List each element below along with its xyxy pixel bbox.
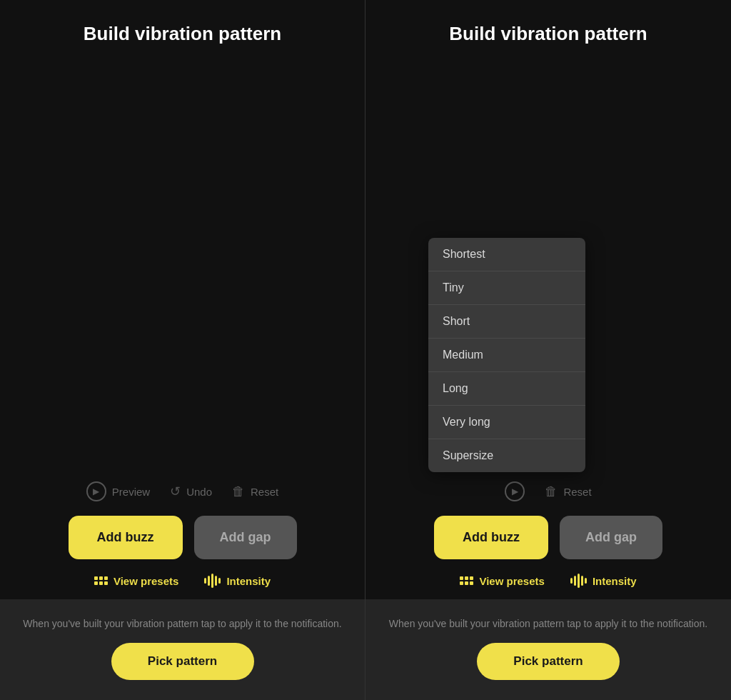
right-footer: When you've built your vibration pattern… (366, 599, 731, 700)
left-panel: Build vibration pattern ▶ Preview ↺ Undo… (0, 0, 366, 700)
dropdown-item-tiny[interactable]: Tiny (428, 271, 585, 305)
left-pick-pattern-button[interactable]: Pick pattern (111, 643, 254, 680)
right-preview-button[interactable]: ▶ (505, 481, 525, 501)
left-action-buttons: Add buzz Add gap (0, 516, 365, 559)
right-main-area: Shortest Tiny Short Medium Long Very lon… (366, 45, 731, 516)
add-gap-button[interactable]: Add gap (194, 516, 297, 559)
right-panel-title: Build vibration pattern (435, 23, 661, 45)
right-add-gap-button[interactable]: Add gap (560, 516, 662, 559)
right-vibrate-icon (570, 574, 587, 588)
left-footer-text: When you've built your vibration pattern… (23, 616, 341, 631)
reset-button[interactable]: 🗑 Reset (232, 484, 278, 499)
preview-label: Preview (112, 486, 150, 498)
dropdown-item-very-long[interactable]: Very long (428, 406, 585, 439)
right-intensity-label: Intensity (593, 575, 637, 587)
right-view-presets-button[interactable]: View presets (460, 574, 544, 588)
right-view-presets-label: View presets (479, 575, 544, 587)
reset-label: Reset (251, 486, 278, 498)
right-toolbar: ▶ 🗑 Reset (366, 467, 731, 516)
play-icon: ▶ (86, 481, 106, 501)
vibrate-icon (204, 574, 221, 588)
undo-button[interactable]: ↺ Undo (170, 484, 212, 499)
dropdown-item-medium[interactable]: Medium (428, 339, 585, 372)
left-bottom-links: View presets Intensity (94, 574, 271, 588)
right-add-buzz-button[interactable]: Add buzz (434, 516, 548, 559)
right-reset-button[interactable]: 🗑 Reset (545, 484, 591, 499)
dropdown-item-short[interactable]: Short (428, 305, 585, 339)
undo-label: Undo (186, 486, 212, 498)
left-panel-title: Build vibration pattern (69, 23, 296, 45)
right-pick-pattern-button[interactable]: Pick pattern (477, 643, 620, 680)
grid-icon (94, 576, 108, 585)
undo-icon: ↺ (170, 484, 181, 499)
dropdown-item-long[interactable]: Long (428, 372, 585, 406)
dropdown-item-supersize[interactable]: Supersize (428, 439, 585, 472)
right-bottom-links: View presets Intensity (460, 574, 636, 588)
left-main-area: ▶ Preview ↺ Undo 🗑 Reset (0, 45, 365, 516)
right-panel: Build vibration pattern Shortest Tiny Sh… (366, 0, 731, 700)
dropdown-item-shortest[interactable]: Shortest (428, 238, 585, 271)
intensity-button[interactable]: Intensity (204, 574, 271, 588)
view-presets-label: View presets (114, 575, 178, 587)
right-trash-icon: 🗑 (545, 484, 558, 499)
right-play-icon: ▶ (505, 481, 525, 501)
right-footer-text: When you've built your vibration pattern… (389, 616, 707, 631)
right-action-buttons: Add buzz Add gap (366, 516, 731, 559)
intensity-label: Intensity (226, 575, 271, 587)
left-footer: When you've built your vibration pattern… (0, 599, 365, 700)
add-buzz-button[interactable]: Add buzz (69, 516, 183, 559)
duration-dropdown: Shortest Tiny Short Medium Long Very lon… (428, 238, 585, 472)
right-reset-label: Reset (563, 486, 591, 498)
preview-button[interactable]: ▶ Preview (86, 481, 150, 501)
left-toolbar: ▶ Preview ↺ Undo 🗑 Reset (0, 467, 365, 516)
right-grid-icon (460, 576, 473, 585)
right-intensity-button[interactable]: Intensity (570, 574, 637, 588)
trash-icon: 🗑 (232, 484, 245, 499)
view-presets-button[interactable]: View presets (94, 574, 178, 588)
